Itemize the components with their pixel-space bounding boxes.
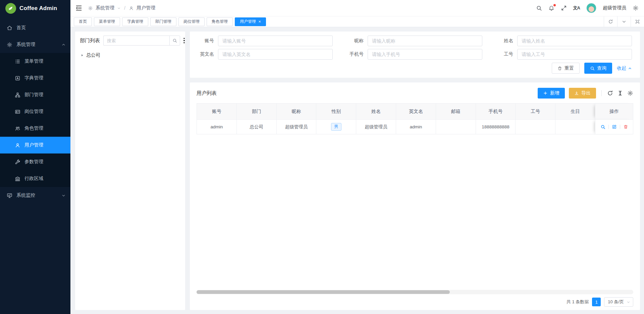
- department-search-button[interactable]: [169, 36, 180, 46]
- caret-right-icon[interactable]: [80, 54, 84, 57]
- sidebar-item-dept-mgmt[interactable]: 部门管理: [0, 86, 70, 103]
- table-toolbar: 用户列表 新增 导出: [197, 88, 633, 99]
- column-settings-gear-icon[interactable]: [627, 90, 633, 96]
- maximize-view-icon[interactable]: [631, 16, 644, 27]
- scrollbar-thumb[interactable]: [197, 290, 450, 294]
- tab-user-mgmt[interactable]: 用户管理 ✕: [235, 17, 266, 26]
- column-header[interactable]: 账号: [197, 104, 236, 119]
- department-tree: 总公司: [80, 50, 180, 60]
- breadcrumb-level1[interactable]: 系统管理: [96, 5, 114, 11]
- tabbar: 首页 菜单管理 字典管理 部门管理 岗位管理 角色管理 用户管理 ✕: [70, 16, 644, 27]
- search-form-panel: 账号 昵称 姓名 英文名: [190, 32, 640, 78]
- page-size-select[interactable]: 10 条/页: [604, 297, 633, 307]
- current-user-name[interactable]: 超级管理员: [603, 5, 626, 11]
- view-detail-icon[interactable]: [600, 124, 605, 129]
- column-header[interactable]: 英文名: [396, 104, 436, 119]
- sidebar-item-param-mgmt[interactable]: 参数管理: [0, 153, 70, 170]
- query-button-label: 查询: [597, 65, 606, 71]
- refresh-tab-icon[interactable]: [604, 16, 617, 27]
- tab-close-icon[interactable]: ✕: [258, 20, 261, 23]
- search-icon[interactable]: [536, 5, 542, 11]
- tab-role-mgmt[interactable]: 角色管理: [207, 17, 233, 26]
- tabbar-actions: [604, 16, 644, 27]
- export-button-label: 导出: [581, 90, 591, 96]
- page-button-1[interactable]: 1: [592, 298, 601, 306]
- nickname-field[interactable]: [368, 36, 482, 46]
- account-field[interactable]: [218, 36, 333, 46]
- page-content: 部门列表 总公司: [70, 27, 644, 314]
- english-name-field[interactable]: [218, 49, 333, 60]
- edit-icon[interactable]: [612, 124, 617, 129]
- menu-fold-icon[interactable]: [75, 4, 83, 12]
- user-icon: [129, 6, 134, 11]
- field-label: 昵称: [343, 38, 368, 44]
- tab-post-mgmt[interactable]: 岗位管理: [178, 17, 205, 26]
- department-search-group: [103, 36, 180, 46]
- sidebar-item-dict-mgmt[interactable]: 字典管理: [0, 70, 70, 86]
- sidebar-item-label: 首页: [16, 25, 26, 31]
- horizontal-scrollbar[interactable]: [197, 290, 633, 294]
- org-chart-icon: [15, 92, 20, 98]
- home-icon: [7, 25, 12, 31]
- sidebar-item-user-mgmt[interactable]: 用户管理: [0, 137, 70, 153]
- phone-field[interactable]: [368, 49, 482, 60]
- column-header[interactable]: 性别: [316, 104, 356, 119]
- sidebar-item-label: 部门管理: [24, 92, 43, 98]
- id-badge-icon: [15, 109, 20, 115]
- pagination: 共 1 条数据 1 10 条/页: [197, 294, 633, 307]
- form-item-english-name: 英文名: [194, 49, 333, 60]
- settings-gear-icon[interactable]: [633, 5, 639, 11]
- query-button[interactable]: 查询: [584, 63, 612, 74]
- add-button-label: 新增: [550, 90, 559, 96]
- row-density-icon[interactable]: [617, 90, 623, 96]
- pagination-total: 共 1 条数据: [567, 299, 589, 305]
- refresh-table-icon[interactable]: [607, 90, 613, 96]
- translate-icon[interactable]: 文A: [573, 5, 580, 11]
- column-header[interactable]: 部门: [236, 104, 276, 119]
- tab-home[interactable]: 首页: [74, 17, 92, 26]
- department-panel-header: 部门列表: [80, 36, 180, 46]
- department-search-input[interactable]: [103, 36, 169, 46]
- sidebar-item-menu-mgmt[interactable]: 菜单管理: [0, 53, 70, 70]
- column-header[interactable]: 手机号: [476, 104, 516, 119]
- job-number-field[interactable]: [517, 49, 632, 60]
- tree-node-company[interactable]: 总公司: [80, 50, 180, 60]
- column-header[interactable]: 昵称: [276, 104, 316, 119]
- name-field[interactable]: [517, 36, 632, 46]
- sidebar-item-home[interactable]: 首页: [0, 19, 70, 36]
- sidebar-submenu-system: 菜单管理 字典管理 部门管理 岗位管理 角色管理 用户管理: [0, 53, 70, 187]
- avatar[interactable]: [586, 3, 596, 13]
- export-button[interactable]: 导出: [569, 88, 596, 99]
- delete-icon[interactable]: [623, 124, 628, 129]
- column-header[interactable]: 姓名: [356, 104, 396, 119]
- column-header[interactable]: 生日: [555, 104, 595, 119]
- sidebar-item-post-mgmt[interactable]: 岗位管理: [0, 103, 70, 120]
- cell-birthday: [555, 119, 595, 134]
- building-icon: [15, 176, 20, 182]
- reset-button[interactable]: 重置: [552, 63, 580, 74]
- sidebar-item-admin-region[interactable]: 行政区域: [0, 170, 70, 187]
- tab-menu-chevron-icon[interactable]: [617, 16, 631, 27]
- fullscreen-icon[interactable]: [561, 5, 567, 11]
- app-logo: Coffee Admin: [0, 0, 70, 17]
- chevron-down-icon[interactable]: [117, 6, 121, 10]
- user-table-panel: 用户列表 新增 导出: [190, 82, 640, 310]
- tab-label: 用户管理: [240, 19, 256, 24]
- kebab-menu-icon[interactable]: [183, 38, 185, 44]
- sidebar-item-system[interactable]: 系统管理: [0, 36, 70, 53]
- notification-badge: [553, 4, 556, 6]
- collapse-form-link[interactable]: 收起: [617, 65, 632, 71]
- notification-bell-icon[interactable]: [548, 5, 554, 11]
- tab-dict-mgmt[interactable]: 字典管理: [122, 17, 148, 26]
- sidebar-item-role-mgmt[interactable]: 角色管理: [0, 120, 70, 137]
- sidebar-item-monitor[interactable]: 系统监控: [0, 187, 70, 204]
- topbar: 系统管理 / 用户管理 文A 超级管理员: [70, 0, 644, 16]
- column-header[interactable]: 工号: [515, 104, 555, 119]
- sidebar-item-label: 菜单管理: [24, 58, 43, 64]
- tab-label: 部门管理: [155, 19, 171, 24]
- tab-dept-mgmt[interactable]: 部门管理: [150, 17, 176, 26]
- tab-menu-mgmt[interactable]: 菜单管理: [94, 17, 120, 26]
- cell-gender: 男: [316, 119, 356, 134]
- add-user-button[interactable]: 新增: [538, 88, 565, 99]
- column-header[interactable]: 邮箱: [436, 104, 476, 119]
